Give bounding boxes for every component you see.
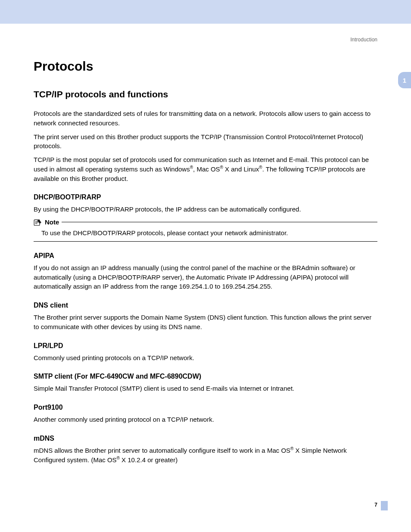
page-title: Protocols: [34, 59, 377, 74]
note-icon: [34, 219, 42, 226]
page-number-accent: [381, 501, 388, 510]
body-smtp: Simple Mail Transfer Protocol (SMTP) cli…: [34, 384, 377, 393]
subheading-dhcp: DHCP/BOOTP/RARP: [34, 193, 377, 201]
header-section-label: Introduction: [350, 37, 377, 43]
note-body: To use the DHCP/BOOTP/RARP protocols, pl…: [34, 226, 377, 241]
note-header-rule: [62, 222, 377, 222]
subheading-dns: DNS client: [34, 302, 377, 309]
intro-paragraph-1: Protocols are the standardized sets of r…: [34, 109, 377, 128]
subheading-port9100: Port9100: [34, 404, 377, 411]
document-page: Introduction 1 Protocols TCP/IP protocol…: [0, 0, 411, 532]
content-area: Protocols TCP/IP protocols and functions…: [0, 59, 411, 486]
body-apipa: If you do not assign an IP address manua…: [34, 263, 377, 291]
registered-mark: ®: [190, 165, 193, 170]
subheading-lpr: LPR/LPD: [34, 342, 377, 350]
intro-p3-part-c: X and Linux: [223, 165, 259, 173]
section-heading-tcpip: TCP/IP protocols and functions: [34, 89, 377, 100]
body-port9100: Another commonly used printing protocol …: [34, 415, 377, 424]
body-dns: The Brother print server supports the Do…: [34, 313, 377, 332]
body-lpr: Commonly used printing protocols on a TC…: [34, 353, 377, 363]
registered-mark: ®: [259, 165, 262, 170]
subheading-mdns: mDNS: [34, 435, 377, 442]
intro-paragraph-2: The print server used on this Brother pr…: [34, 132, 377, 151]
chapter-tab: 1: [398, 72, 411, 88]
note-header: Note: [34, 218, 377, 226]
note-footer-rule: [34, 241, 377, 242]
registered-mark: ®: [220, 165, 223, 170]
body-dhcp: By using the DHCP/BOOTP/RARP protocols, …: [34, 205, 377, 214]
mdns-part-a: mDNS allows the Brother print server to …: [34, 447, 290, 454]
page-number: 7: [374, 502, 377, 508]
note-block: Note To use the DHCP/BOOTP/RARP protocol…: [34, 218, 377, 242]
intro-p3-part-b: , Mac OS: [193, 165, 220, 173]
subheading-smtp: SMTP client (For MFC-6490CW and MFC-6890…: [34, 373, 377, 380]
registered-mark: ®: [117, 456, 120, 460]
subheading-apipa: APIPA: [34, 252, 377, 260]
intro-paragraph-3: TCP/IP is the most popular set of protoc…: [34, 155, 377, 183]
mdns-part-c: X 10.2.4 or greater): [120, 456, 177, 464]
note-label: Note: [45, 218, 59, 226]
body-mdns: mDNS allows the Brother print server to …: [34, 446, 377, 465]
top-accent-bar: [0, 0, 411, 24]
